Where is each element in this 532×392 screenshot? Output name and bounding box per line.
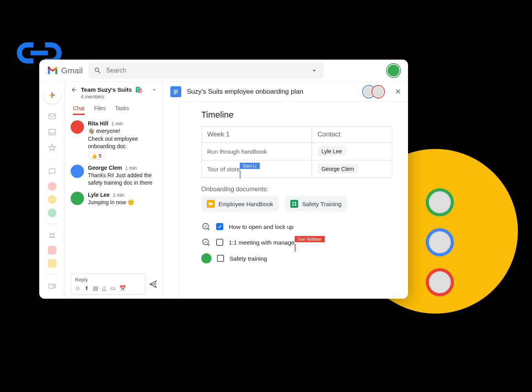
- message-author: Rita Hill: [88, 120, 108, 127]
- task-row: How to open and lock up: [201, 219, 392, 234]
- space-indicator-square[interactable]: [48, 246, 56, 254]
- message-time: 1 min: [113, 192, 124, 198]
- space-indicator-dot[interactable]: [48, 182, 56, 191]
- tab-chat[interactable]: Chat: [73, 105, 85, 115]
- doc-chip-safety[interactable]: Safety Training: [285, 197, 347, 211]
- drive-icon[interactable]: △: [102, 285, 106, 291]
- avatar[interactable]: [71, 192, 84, 205]
- members-count[interactable]: 4 members: [81, 94, 157, 100]
- gmail-window: Gmail: [39, 60, 408, 299]
- floating-avatar: [426, 188, 454, 216]
- rail-divider: [45, 160, 59, 160]
- document-title: Suzy's Suits employee onboarding plan: [187, 88, 303, 96]
- doc-chips-row: Employee Handbook Safety Training: [201, 197, 392, 211]
- checkbox[interactable]: [217, 255, 224, 262]
- space-indicator-dot[interactable]: [48, 209, 56, 217]
- table-cell: George Clem: [312, 160, 392, 178]
- table-row: Run through handbook Lyle Lee: [202, 143, 392, 160]
- message: Rita Hill1 min 👋🏽 everyone! Check out em…: [71, 118, 157, 162]
- chat-panel: Team Suzy's Suits 🛍️ 4 members Chat File…: [65, 82, 163, 299]
- drive-file-icon[interactable]: ▤: [93, 285, 98, 291]
- table-header-cell: Contact: [312, 127, 392, 143]
- doc-chip-label: Safety Training: [302, 201, 341, 207]
- svg-rect-12: [292, 204, 294, 206]
- calendar-icon[interactable]: 📅: [119, 285, 126, 291]
- svg-rect-9: [209, 203, 213, 205]
- floating-avatar: [426, 268, 454, 296]
- svg-rect-11: [295, 202, 296, 203]
- space-emoji: 🛍️: [135, 86, 143, 93]
- compose-button[interactable]: [44, 87, 61, 104]
- spaces-icon[interactable]: [44, 229, 60, 243]
- search-bar[interactable]: [88, 62, 324, 79]
- space-name: Team Suzy's Suits: [81, 86, 132, 93]
- assign-task-icon[interactable]: [201, 222, 211, 231]
- message-list: Rita Hill1 min 👋🏽 everyone! Check out em…: [65, 115, 163, 270]
- document-header: Suzy's Suits employee onboarding plan ✕: [163, 82, 408, 102]
- cursor-label: Sue Webber: [295, 236, 325, 242]
- space-indicator-dot[interactable]: [48, 195, 56, 204]
- collaborator-avatar[interactable]: [372, 86, 384, 98]
- meet-icon[interactable]: [44, 279, 60, 293]
- checkbox[interactable]: [216, 239, 223, 246]
- chevron-down-icon[interactable]: [151, 87, 157, 93]
- message-author: Lyle Lee: [88, 192, 110, 198]
- reaction-emoji: 👍: [91, 153, 97, 159]
- plus-icon: [47, 91, 57, 100]
- svg-point-3: [52, 233, 55, 236]
- message: Lyle Lee1 min Jumping in now 🙂: [71, 189, 157, 209]
- document-body[interactable]: Timeline Week 1 Contact Run through hand…: [179, 102, 408, 299]
- table-header-row: Week 1 Contact: [202, 127, 392, 143]
- upload-icon[interactable]: ⬆: [84, 285, 89, 291]
- space-header: Team Suzy's Suits 🛍️ 4 members: [65, 82, 163, 102]
- assign-task-icon[interactable]: [201, 238, 211, 247]
- avatar[interactable]: [71, 120, 84, 134]
- table-cell: Tour of storeDani Li: [202, 160, 312, 178]
- left-rail: [39, 82, 65, 299]
- task-avatar[interactable]: [201, 253, 211, 263]
- contact-chip[interactable]: Lyle Lee: [317, 147, 346, 156]
- message-text: 👋🏽 everyone! Check out employee onboardi…: [88, 127, 157, 151]
- gmail-logo[interactable]: Gmail: [47, 66, 83, 75]
- gmail-icon: [47, 66, 58, 75]
- floating-avatar: [426, 228, 454, 256]
- cursor-label: Dani Li: [240, 163, 259, 169]
- avatar[interactable]: [71, 165, 84, 178]
- tab-files[interactable]: Files: [94, 105, 106, 115]
- app-name: Gmail: [61, 66, 83, 75]
- section-heading: Timeline: [201, 110, 392, 120]
- table-header-cell: Week 1: [202, 127, 312, 143]
- rail-divider: [45, 274, 59, 274]
- search-options-icon[interactable]: [310, 67, 318, 74]
- video-icon[interactable]: ▭: [110, 285, 115, 291]
- mail-icon[interactable]: [44, 109, 60, 123]
- profile-avatar[interactable]: [387, 64, 400, 77]
- table-cell: Run through handbook: [202, 143, 312, 160]
- send-icon[interactable]: [149, 280, 157, 289]
- doc-chip-handbook[interactable]: Employee Handbook: [201, 197, 279, 211]
- space-indicator-square[interactable]: [48, 259, 56, 268]
- table-cell: Lyle Lee: [312, 143, 392, 160]
- back-arrow-icon[interactable]: [71, 86, 78, 93]
- task-text: 1:1 meeting with manageSue Webber: [229, 239, 295, 246]
- docs-icon: [170, 86, 181, 97]
- star-icon[interactable]: [44, 141, 60, 155]
- svg-rect-7: [174, 92, 178, 93]
- svg-rect-13: [295, 204, 296, 206]
- chat-icon[interactable]: [44, 165, 60, 179]
- collaborator-avatars[interactable]: [365, 86, 384, 98]
- message-text: Jumping in now 🙂: [88, 199, 157, 207]
- rail-divider: [45, 223, 59, 224]
- contact-chip[interactable]: George Clem: [317, 164, 358, 174]
- doc-chip-label: Employee Handbook: [219, 201, 273, 207]
- search-input[interactable]: [106, 67, 306, 74]
- inbox-icon[interactable]: [44, 125, 60, 139]
- emoji-icon[interactable]: ☺: [75, 285, 80, 291]
- tab-tasks[interactable]: Tasks: [115, 105, 129, 115]
- reply-placeholder: Reply: [75, 277, 141, 283]
- checkbox[interactable]: [216, 223, 223, 230]
- slides-icon: [207, 200, 215, 208]
- reaction-chip[interactable]: 👍5: [88, 152, 105, 160]
- close-icon[interactable]: ✕: [395, 87, 401, 96]
- reply-input[interactable]: Reply ☺ ⬆ ▤ △ ▭ 📅: [71, 273, 146, 295]
